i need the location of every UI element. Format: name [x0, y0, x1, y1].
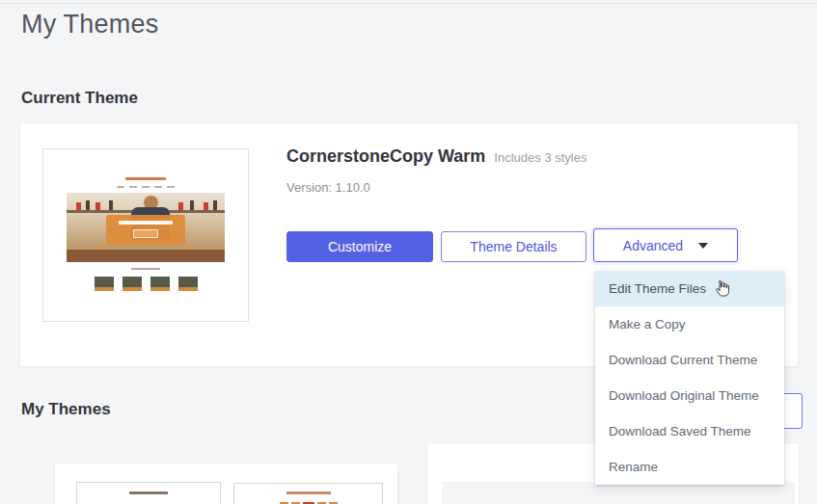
- thumb-hero-overlay: [106, 215, 185, 245]
- advanced-button-label: Advanced: [623, 238, 683, 253]
- theme-card: [55, 464, 397, 504]
- theme-name-text: CornerstoneCopy Warm: [286, 146, 485, 166]
- hand-pointer-cursor-icon: [713, 279, 729, 298]
- thumb-product-tile: [95, 277, 114, 291]
- customize-button[interactable]: Customize: [286, 231, 433, 262]
- thumb-hero-photo: [67, 193, 225, 262]
- caret-down-icon: [698, 243, 708, 249]
- theme-style-preview: [76, 482, 221, 504]
- current-theme-section-header: Current Theme: [21, 89, 138, 108]
- theme-version: Version: 1.10.0: [286, 180, 370, 195]
- styles-note: Includes 3 styles: [494, 150, 586, 165]
- menu-item-make-a-copy[interactable]: Make a Copy: [595, 306, 784, 342]
- theme-thumbnail-preview: [67, 172, 225, 299]
- thumb-site-header: [67, 172, 225, 193]
- top-divider: [0, 3, 817, 4]
- thumb-nav: [117, 186, 175, 188]
- menu-item-download-current-theme[interactable]: Download Current Theme: [595, 342, 784, 378]
- menu-item-download-saved-theme[interactable]: Download Saved Theme: [595, 413, 784, 449]
- thumb-product-tile: [178, 277, 198, 291]
- menu-item-rename[interactable]: Rename: [595, 449, 784, 485]
- menu-item-download-original-theme[interactable]: Download Original Theme: [595, 378, 784, 413]
- my-themes-section-header: My Themes: [21, 400, 111, 419]
- theme-thumbnail-placeholder: [442, 482, 795, 504]
- thumb-hero-button: [133, 229, 158, 238]
- theme-name: CornerstoneCopy WarmIncludes 3 styles: [286, 146, 586, 167]
- thumb-products-section: [67, 262, 225, 299]
- menu-item-edit-theme-files[interactable]: Edit Theme Files: [595, 271, 784, 306]
- advanced-button[interactable]: Advanced: [593, 228, 738, 262]
- page-title: My Themes: [21, 10, 158, 40]
- thumb-product-tile: [123, 277, 142, 291]
- thumb-counter-decor: [67, 248, 225, 262]
- theme-style-preview: [233, 483, 383, 504]
- theme-details-button[interactable]: Theme Details: [441, 231, 586, 262]
- advanced-dropdown-menu: Edit Theme Files Make a Copy Download Cu…: [595, 271, 784, 485]
- thumb-product-tile: [150, 277, 170, 291]
- thumb-logo: [125, 177, 166, 180]
- theme-thumbnail: [42, 148, 249, 322]
